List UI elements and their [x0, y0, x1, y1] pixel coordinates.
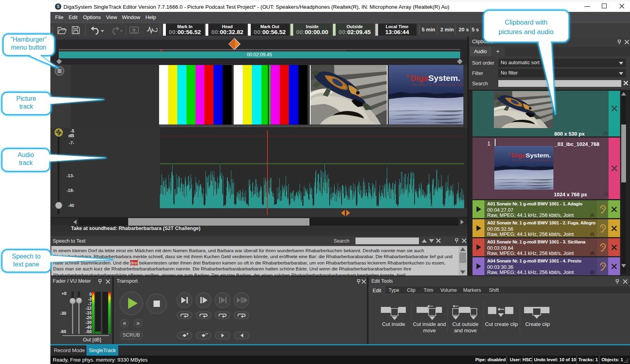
svg-text:"Hamburger": "Hamburger"	[10, 36, 46, 43]
svg-text:pictures and audio: pictures and audio	[499, 28, 554, 36]
svg-text:text pane: text pane	[13, 261, 39, 268]
svg-text:menu button: menu button	[11, 44, 46, 51]
svg-text:track: track	[19, 159, 33, 166]
svg-text:Clipboard with: Clipboard with	[505, 19, 547, 26]
svg-text:Picture: Picture	[16, 95, 36, 102]
svg-text:«: «	[123, 320, 127, 326]
svg-text:track: track	[19, 103, 34, 110]
svg-text:Audio: Audio	[18, 151, 34, 158]
svg-text:S: S	[57, 4, 60, 9]
svg-text:»: »	[136, 320, 140, 326]
svg-text:Speech to: Speech to	[12, 253, 40, 260]
